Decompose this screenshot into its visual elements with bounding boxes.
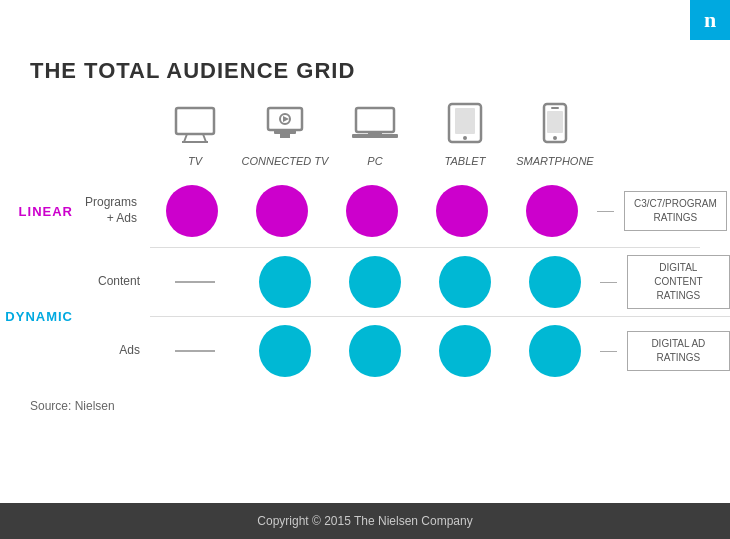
connected-tv-icon bbox=[262, 106, 308, 149]
linear-cell-pc bbox=[327, 185, 417, 237]
circle-cyan-ctv-ads bbox=[259, 325, 311, 377]
page-title: THE TOTAL AUDIENCE GRID bbox=[30, 58, 700, 84]
tv-icon bbox=[172, 106, 218, 149]
circle-magenta-ctv bbox=[256, 185, 308, 237]
linear-row-label: Programs + Ads bbox=[85, 195, 147, 226]
dynamic-content-row: Content DIGITAL CONTENT RATINGS bbox=[85, 248, 730, 316]
col-label-pc: PC bbox=[367, 155, 382, 167]
dynamic-ads-cells bbox=[150, 325, 600, 377]
col-header-pc: PC bbox=[330, 106, 420, 167]
svg-rect-8 bbox=[280, 134, 290, 138]
dynamic-content-rating-label: DIGITAL CONTENT RATINGS bbox=[627, 255, 730, 309]
smartphone-icon bbox=[542, 102, 568, 149]
dynamic-content-cells bbox=[150, 256, 600, 308]
dynamic-content-cell-tv bbox=[150, 281, 240, 283]
dynamic-ads-rating-label: DIGITAL AD RATINGS bbox=[627, 331, 730, 371]
col-header-connected-tv: CONNECTED TV bbox=[240, 106, 330, 167]
dash-tv-ads bbox=[175, 350, 215, 352]
dynamic-ads-cell-pc bbox=[330, 325, 420, 377]
main-content: THE TOTAL AUDIENCE GRID TV bbox=[0, 40, 730, 503]
source-text: Source: Nielsen bbox=[30, 399, 700, 413]
dynamic-content-cell-ctv bbox=[240, 256, 330, 308]
linear-label-col: LINEAR bbox=[30, 204, 85, 219]
svg-marker-6 bbox=[283, 116, 289, 122]
col-header-tablet: TABLET bbox=[420, 102, 510, 167]
linear-cell-ctv bbox=[237, 185, 327, 237]
linear-cell-smartphone bbox=[507, 185, 597, 237]
circle-cyan-tablet-ads bbox=[439, 325, 491, 377]
circle-magenta-tablet bbox=[436, 185, 488, 237]
circle-magenta-smartphone bbox=[526, 185, 578, 237]
col-label-tablet: TABLET bbox=[445, 155, 486, 167]
linear-cells bbox=[147, 185, 597, 237]
circle-cyan-tablet-content bbox=[439, 256, 491, 308]
linear-section: LINEAR Programs + Ads C3/C7/PROGRAM RATI… bbox=[30, 175, 700, 247]
svg-rect-0 bbox=[176, 108, 214, 134]
linear-rating-section: C3/C7/PROGRAM RATINGS bbox=[597, 191, 727, 231]
dynamic-content-label: Content bbox=[85, 274, 150, 290]
circle-cyan-smartphone-ads bbox=[529, 325, 581, 377]
footer-bar: Copyright © 2015 The Nielsen Company bbox=[0, 503, 730, 539]
dynamic-ads-cell-smartphone bbox=[510, 325, 600, 377]
ads-connector bbox=[600, 351, 617, 352]
col-label-connected-tv: CONNECTED TV bbox=[242, 155, 329, 167]
dynamic-ads-cell-ctv bbox=[240, 325, 330, 377]
circle-cyan-smartphone-content bbox=[529, 256, 581, 308]
circle-magenta-pc bbox=[346, 185, 398, 237]
svg-point-16 bbox=[553, 136, 557, 140]
dynamic-ads-cell-tv bbox=[150, 350, 240, 352]
svg-rect-18 bbox=[547, 111, 563, 133]
dash-tv bbox=[175, 281, 215, 283]
content-connector bbox=[600, 282, 617, 283]
col-label-tv: TV bbox=[188, 155, 202, 167]
svg-rect-7 bbox=[274, 130, 296, 134]
circle-cyan-pc-ads bbox=[349, 325, 401, 377]
circle-cyan-pc-content bbox=[349, 256, 401, 308]
dynamic-label-col: DYNAMIC bbox=[30, 248, 85, 385]
dynamic-content-cell-smartphone bbox=[510, 256, 600, 308]
nielsen-logo-bar: n bbox=[690, 0, 730, 40]
col-label-smartphone: SMARTPHONE bbox=[516, 155, 593, 167]
linear-connector bbox=[597, 211, 614, 212]
linear-cell-tv bbox=[147, 185, 237, 237]
col-header-tv: TV bbox=[150, 106, 240, 167]
dynamic-section: DYNAMIC Content DIGITAL CONTENT RATINGS bbox=[30, 248, 700, 385]
dynamic-ads-rating-section: DIGITAL AD RATINGS bbox=[600, 331, 730, 371]
linear-cell-tablet bbox=[417, 185, 507, 237]
dynamic-content-cell-pc bbox=[330, 256, 420, 308]
dynamic-label: DYNAMIC bbox=[5, 309, 79, 324]
circle-magenta-tv bbox=[166, 185, 218, 237]
dynamic-rows: Content DIGITAL CONTENT RATINGS bbox=[85, 248, 730, 385]
svg-rect-9 bbox=[356, 108, 394, 132]
svg-rect-11 bbox=[368, 132, 382, 135]
dynamic-ads-cell-tablet bbox=[420, 325, 510, 377]
svg-rect-17 bbox=[551, 107, 559, 109]
svg-point-13 bbox=[463, 136, 467, 140]
linear-label: LINEAR bbox=[19, 204, 79, 219]
col-header-smartphone: SMARTPHONE bbox=[510, 102, 600, 167]
pc-icon bbox=[352, 106, 398, 149]
nielsen-logo: n bbox=[704, 7, 716, 33]
dynamic-ads-label: Ads bbox=[85, 343, 150, 359]
dynamic-content-cell-tablet bbox=[420, 256, 510, 308]
column-headers: TV CONNECTED TV bbox=[150, 102, 700, 167]
linear-rating-label: C3/C7/PROGRAM RATINGS bbox=[624, 191, 727, 231]
dynamic-content-rating-section: DIGITAL CONTENT RATINGS bbox=[600, 255, 730, 309]
tablet-icon bbox=[447, 102, 483, 149]
dynamic-ads-row: Ads DIGITAL AD RATINGS bbox=[85, 317, 730, 385]
footer-text: Copyright © 2015 The Nielsen Company bbox=[257, 514, 472, 528]
svg-rect-14 bbox=[455, 108, 475, 134]
circle-cyan-ctv-content bbox=[259, 256, 311, 308]
